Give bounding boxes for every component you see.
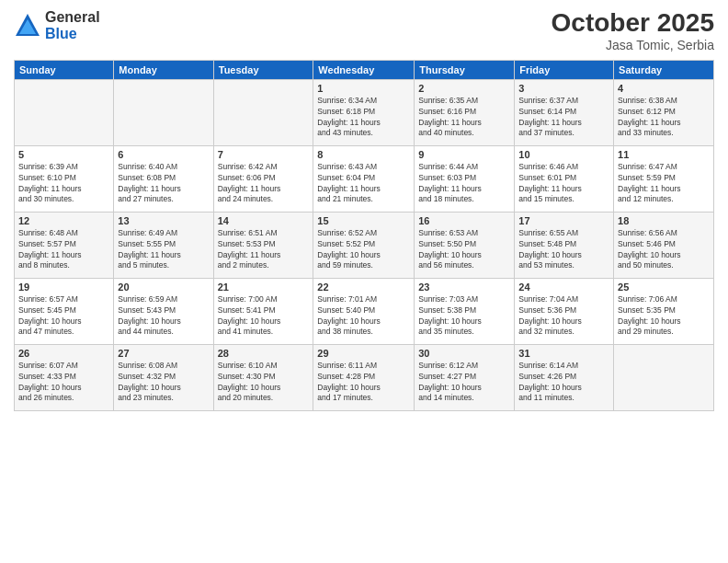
table-cell: 22Sunrise: 7:01 AMSunset: 5:40 PMDayligh… — [313, 278, 415, 344]
table-cell: 14Sunrise: 6:51 AMSunset: 5:53 PMDayligh… — [213, 212, 313, 278]
day-info: Sunrise: 6:52 AMSunset: 5:52 PMDaylight:… — [317, 228, 410, 272]
table-cell: 1Sunrise: 6:34 AMSunset: 6:18 PMDaylight… — [313, 79, 415, 145]
header-saturday: Saturday — [614, 60, 714, 79]
day-info: Sunrise: 6:49 AMSunset: 5:55 PMDaylight:… — [118, 228, 209, 272]
day-info: Sunrise: 6:38 AMSunset: 6:12 PMDaylight:… — [618, 96, 710, 140]
day-number: 31 — [518, 348, 609, 359]
table-cell: 29Sunrise: 6:11 AMSunset: 4:28 PMDayligh… — [313, 344, 415, 410]
day-info: Sunrise: 6:44 AMSunset: 6:03 PMDaylight:… — [418, 162, 510, 206]
header-sunday: Sunday — [15, 60, 114, 79]
day-number: 12 — [18, 215, 109, 226]
day-number: 2 — [418, 83, 510, 94]
table-cell: 17Sunrise: 6:55 AMSunset: 5:48 PMDayligh… — [515, 212, 614, 278]
day-info: Sunrise: 6:10 AMSunset: 4:30 PMDaylight:… — [218, 361, 310, 405]
table-cell: 10Sunrise: 6:46 AMSunset: 6:01 PMDayligh… — [515, 145, 614, 212]
day-number: 8 — [317, 149, 410, 160]
day-number: 9 — [418, 149, 510, 160]
day-info: Sunrise: 6:59 AMSunset: 5:43 PMDaylight:… — [118, 294, 209, 339]
header-monday: Monday — [114, 60, 213, 79]
day-number: 22 — [317, 282, 410, 293]
page: General Blue October 2025 Jasa Tomic, Se… — [0, 0, 728, 563]
table-cell: 18Sunrise: 6:56 AMSunset: 5:46 PMDayligh… — [614, 212, 714, 278]
day-number: 4 — [618, 83, 710, 94]
day-info: Sunrise: 7:06 AMSunset: 5:35 PMDaylight:… — [618, 294, 710, 339]
day-info: Sunrise: 6:46 AMSunset: 6:01 PMDaylight:… — [518, 162, 609, 206]
table-cell: 28Sunrise: 6:10 AMSunset: 4:30 PMDayligh… — [213, 344, 313, 410]
table-cell: 23Sunrise: 7:03 AMSunset: 5:38 PMDayligh… — [415, 278, 515, 344]
day-info: Sunrise: 6:39 AMSunset: 6:10 PMDaylight:… — [18, 162, 109, 206]
table-cell — [15, 79, 114, 145]
day-info: Sunrise: 6:53 AMSunset: 5:50 PMDaylight:… — [418, 228, 510, 272]
day-info: Sunrise: 6:40 AMSunset: 6:08 PMDaylight:… — [118, 162, 209, 206]
header-friday: Friday — [515, 60, 614, 79]
logo: General Blue — [14, 9, 100, 41]
table-cell: 24Sunrise: 7:04 AMSunset: 5:36 PMDayligh… — [515, 278, 614, 344]
day-number: 24 — [518, 282, 609, 293]
table-cell: 4Sunrise: 6:38 AMSunset: 6:12 PMDaylight… — [614, 79, 714, 145]
day-number: 10 — [518, 149, 609, 160]
table-cell: 15Sunrise: 6:52 AMSunset: 5:52 PMDayligh… — [313, 212, 415, 278]
logo-text: General Blue — [45, 9, 100, 41]
table-cell: 6Sunrise: 6:40 AMSunset: 6:08 PMDaylight… — [114, 145, 213, 212]
day-info: Sunrise: 6:07 AMSunset: 4:33 PMDaylight:… — [18, 361, 109, 405]
table-cell: 25Sunrise: 7:06 AMSunset: 5:35 PMDayligh… — [614, 278, 714, 344]
day-number: 5 — [18, 149, 109, 160]
days-header-row: Sunday Monday Tuesday Wednesday Thursday… — [15, 60, 714, 79]
header-wednesday: Wednesday — [313, 60, 415, 79]
table-cell: 11Sunrise: 6:47 AMSunset: 5:59 PMDayligh… — [614, 145, 714, 212]
table-cell: 20Sunrise: 6:59 AMSunset: 5:43 PMDayligh… — [114, 278, 213, 344]
table-cell: 5Sunrise: 6:39 AMSunset: 6:10 PMDaylight… — [15, 145, 114, 212]
header: General Blue October 2025 Jasa Tomic, Se… — [14, 9, 714, 52]
title-block: October 2025 Jasa Tomic, Serbia — [552, 9, 714, 52]
day-info: Sunrise: 6:34 AMSunset: 6:18 PMDaylight:… — [317, 96, 410, 140]
logo-blue: Blue — [45, 26, 100, 42]
day-number: 6 — [118, 149, 209, 160]
table-cell: 12Sunrise: 6:48 AMSunset: 5:57 PMDayligh… — [15, 212, 114, 278]
week-row-2: 5Sunrise: 6:39 AMSunset: 6:10 PMDaylight… — [15, 145, 714, 212]
table-cell — [213, 79, 313, 145]
day-number: 3 — [518, 83, 609, 94]
day-number: 13 — [118, 215, 209, 226]
table-cell — [614, 344, 714, 410]
day-info: Sunrise: 6:37 AMSunset: 6:14 PMDaylight:… — [518, 96, 609, 140]
day-number: 19 — [18, 282, 109, 293]
table-cell: 19Sunrise: 6:57 AMSunset: 5:45 PMDayligh… — [15, 278, 114, 344]
week-row-3: 12Sunrise: 6:48 AMSunset: 5:57 PMDayligh… — [15, 212, 714, 278]
day-number: 11 — [618, 149, 710, 160]
day-number: 30 — [418, 348, 510, 359]
day-number: 15 — [317, 215, 410, 226]
table-cell: 30Sunrise: 6:12 AMSunset: 4:27 PMDayligh… — [415, 344, 515, 410]
day-info: Sunrise: 6:55 AMSunset: 5:48 PMDaylight:… — [518, 228, 609, 272]
day-info: Sunrise: 6:57 AMSunset: 5:45 PMDaylight:… — [18, 294, 109, 339]
table-cell: 13Sunrise: 6:49 AMSunset: 5:55 PMDayligh… — [114, 212, 213, 278]
day-info: Sunrise: 6:48 AMSunset: 5:57 PMDaylight:… — [18, 228, 109, 272]
day-info: Sunrise: 6:35 AMSunset: 6:16 PMDaylight:… — [418, 96, 510, 140]
day-info: Sunrise: 6:43 AMSunset: 6:04 PMDaylight:… — [317, 162, 410, 206]
day-number: 16 — [418, 215, 510, 226]
day-number: 28 — [218, 348, 310, 359]
day-info: Sunrise: 7:00 AMSunset: 5:41 PMDaylight:… — [218, 294, 310, 339]
week-row-1: 1Sunrise: 6:34 AMSunset: 6:18 PMDaylight… — [15, 79, 714, 145]
table-cell — [114, 79, 213, 145]
header-tuesday: Tuesday — [213, 60, 313, 79]
day-number: 29 — [317, 348, 410, 359]
table-cell: 9Sunrise: 6:44 AMSunset: 6:03 PMDaylight… — [415, 145, 515, 212]
week-row-4: 19Sunrise: 6:57 AMSunset: 5:45 PMDayligh… — [15, 278, 714, 344]
logo-general: General — [45, 9, 100, 26]
day-info: Sunrise: 7:03 AMSunset: 5:38 PMDaylight:… — [418, 294, 510, 339]
day-info: Sunrise: 6:11 AMSunset: 4:28 PMDaylight:… — [317, 361, 410, 405]
day-info: Sunrise: 7:01 AMSunset: 5:40 PMDaylight:… — [317, 294, 410, 339]
table-cell: 3Sunrise: 6:37 AMSunset: 6:14 PMDaylight… — [515, 79, 614, 145]
week-row-5: 26Sunrise: 6:07 AMSunset: 4:33 PMDayligh… — [15, 344, 714, 410]
header-thursday: Thursday — [415, 60, 515, 79]
day-number: 17 — [518, 215, 609, 226]
location: Jasa Tomic, Serbia — [552, 38, 714, 52]
day-number: 26 — [18, 348, 109, 359]
day-info: Sunrise: 6:51 AMSunset: 5:53 PMDaylight:… — [218, 228, 310, 272]
day-number: 23 — [418, 282, 510, 293]
day-number: 25 — [618, 282, 710, 293]
day-info: Sunrise: 6:56 AMSunset: 5:46 PMDaylight:… — [618, 228, 710, 272]
day-info: Sunrise: 6:08 AMSunset: 4:32 PMDaylight:… — [118, 361, 209, 405]
day-number: 7 — [218, 149, 310, 160]
logo-icon — [14, 12, 41, 40]
